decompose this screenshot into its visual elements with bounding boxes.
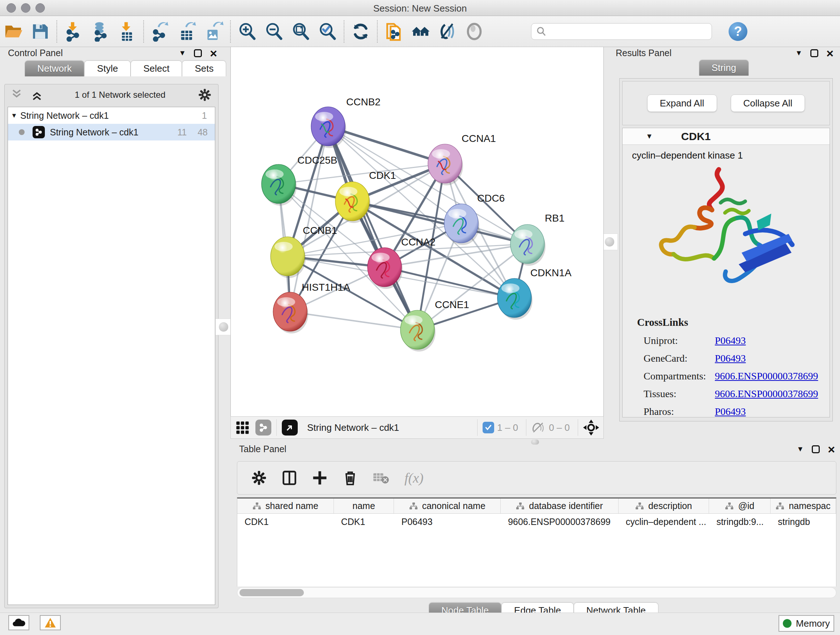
help-button[interactable]: ?	[729, 22, 747, 41]
panel-menu-icon[interactable]: ▼	[797, 445, 804, 453]
import-table-icon[interactable]	[114, 19, 141, 44]
warning-icon	[44, 617, 57, 628]
crosslink-link[interactable]: P06493	[715, 335, 746, 347]
search-field[interactable]	[531, 23, 712, 40]
column-header-canonical-name[interactable]: canonical name	[394, 499, 501, 513]
network-collection-row[interactable]: ▼ String Network – cdk1 1	[8, 107, 215, 124]
selected-count-icon[interactable]	[483, 422, 494, 433]
tab-select[interactable]: Select	[131, 60, 182, 76]
table-cell[interactable]: cyclin–dependent ...	[619, 514, 709, 530]
refresh-layout-icon[interactable]	[347, 19, 374, 44]
panel-float-icon[interactable]	[810, 49, 818, 57]
table-row[interactable]: CDK1CDK1P064939606.ENSP00000378699cyclin…	[237, 514, 836, 530]
network-view-title: String Network – cdk1	[307, 422, 472, 433]
table-cell[interactable]: stringdb	[771, 514, 836, 530]
open-session-icon[interactable]	[0, 19, 27, 44]
network-view-canvas[interactable]: CCNB2CCNA1CDC25BCDK1CDC6RB1CCNB1CCNA2CDK…	[231, 47, 604, 416]
node-count: 11	[177, 127, 187, 138]
expand-all-button[interactable]: Expand All	[647, 95, 717, 112]
fit-selected-icon[interactable]	[583, 420, 599, 435]
protein-structure-image	[648, 159, 804, 304]
panel-close-icon[interactable]: ×	[210, 50, 217, 57]
network-edge-CCNB2-CCNE1[interactable]	[328, 126, 417, 330]
network-node-CDKN1A[interactable]: CDKN1A	[497, 267, 572, 320]
columns-icon[interactable]	[281, 470, 297, 486]
return-home-icon[interactable]	[407, 19, 434, 44]
panel-menu-icon[interactable]: ▼	[179, 49, 186, 57]
grid-view-icon[interactable]	[235, 420, 249, 435]
tab-network[interactable]: Network	[25, 60, 84, 76]
zoom-out-icon[interactable]	[261, 19, 287, 44]
table-panel-title: Table Panel	[239, 444, 286, 454]
crosslink-link[interactable]: P06493	[715, 353, 746, 364]
memory-button[interactable]: Memory	[778, 615, 834, 632]
tab-sets[interactable]: Sets	[182, 60, 226, 76]
network-node-CCNB1[interactable]: CCNB1	[271, 225, 337, 278]
bird-eye-view-icon[interactable]	[461, 19, 488, 44]
panel-menu-icon[interactable]: ▼	[795, 49, 802, 57]
column-header-description[interactable]: description	[619, 499, 709, 513]
node-name: CDK1	[681, 130, 711, 143]
crosslink-row: GeneCard:P06493	[637, 353, 818, 364]
network-row[interactable]: String Network – cdk1 11 48	[8, 124, 215, 141]
network-edge-HIST1H1A-CCNE1[interactable]	[290, 312, 417, 330]
tab-style[interactable]: Style	[84, 60, 131, 76]
add-column-icon[interactable]	[312, 470, 328, 486]
delete-column-icon[interactable]	[342, 470, 358, 486]
export-network-icon[interactable]	[147, 19, 174, 44]
zoom-selected-icon[interactable]	[314, 19, 341, 44]
network-options-gear-icon[interactable]	[198, 88, 212, 102]
table-gear-icon[interactable]	[251, 470, 267, 486]
left-splitter-grip[interactable]	[215, 318, 232, 335]
column-header-shared-name[interactable]: shared name	[237, 499, 334, 513]
collapse-all-icon[interactable]	[11, 89, 22, 101]
expand-all-icon[interactable]	[32, 89, 42, 101]
zoom-in-icon[interactable]	[234, 19, 261, 44]
export-image-icon[interactable]	[201, 19, 227, 44]
column-header-database-identifier[interactable]: database identifier	[501, 499, 619, 513]
panel-close-icon[interactable]: ×	[828, 446, 835, 453]
cloud-status-button[interactable]	[8, 615, 29, 630]
export-table-icon[interactable]	[174, 19, 201, 44]
tab-string[interactable]: String	[699, 60, 749, 76]
table-cell[interactable]: stringdb:9...	[709, 514, 771, 530]
table-cell[interactable]: CDK1	[237, 514, 334, 530]
scrollbar-thumb[interactable]	[240, 589, 304, 596]
import-network-icon[interactable]	[60, 19, 87, 44]
node-label: CCNB1	[303, 225, 337, 236]
node-details-card: ▼ CDK1 cyclin–dependent kinase 1	[622, 128, 830, 417]
search-input[interactable]	[546, 27, 706, 36]
open-in-browser-icon[interactable]	[381, 19, 407, 44]
save-session-icon[interactable]	[27, 19, 54, 44]
collapse-all-button[interactable]: Collapse All	[731, 95, 805, 112]
network-node-HIST1H1A[interactable]: HIST1H1A	[273, 282, 350, 333]
import-database-icon[interactable]	[87, 19, 114, 44]
panel-close-icon[interactable]: ×	[826, 50, 834, 57]
column-header-name[interactable]: name	[334, 499, 394, 513]
crosslink-link[interactable]: 9606.ENSP00000378699	[715, 388, 818, 400]
table-cell[interactable]: P06493	[394, 514, 501, 530]
table-cell[interactable]: CDK1	[334, 514, 394, 530]
toolbar-separator	[143, 20, 144, 43]
network-badge-icon[interactable]	[256, 420, 271, 435]
zoom-fit-icon[interactable]	[287, 19, 314, 44]
warning-status-button[interactable]	[40, 615, 61, 630]
table-cell[interactable]: 9606.ENSP00000378699	[501, 514, 619, 530]
table-horizontal-scrollbar[interactable]	[237, 587, 836, 598]
network-node-RB1[interactable]: RB1	[510, 212, 564, 266]
show-hide-panels-icon[interactable]	[434, 19, 461, 44]
column-header-namespac[interactable]: namespac	[771, 499, 836, 513]
panel-float-icon[interactable]	[812, 445, 820, 453]
network-node-CDC25B[interactable]: CDC25B	[262, 155, 337, 206]
section-collapse-icon[interactable]: ▼	[646, 132, 653, 141]
column-header--id[interactable]: @id	[709, 499, 771, 513]
open-view-icon[interactable]	[282, 420, 298, 435]
tree-expander-icon[interactable]: ▼	[8, 112, 20, 119]
panel-float-icon[interactable]	[194, 49, 202, 57]
crosslink-link[interactable]: 9606.ENSP00000378699	[715, 371, 818, 382]
crosslink-link[interactable]: P06493	[715, 406, 746, 417]
network-node-CCNA1[interactable]: CCNA1	[428, 133, 496, 185]
node-label: CDC6	[477, 193, 505, 204]
selected-count: 1 – 0	[497, 422, 518, 433]
network-node-CCNE1[interactable]: CCNE1	[401, 299, 469, 352]
